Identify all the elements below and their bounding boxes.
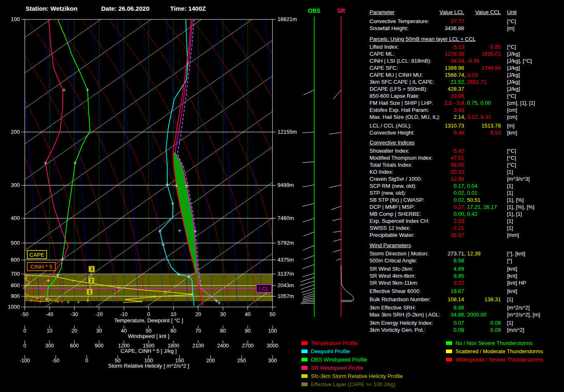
unit-label: [1] bbox=[507, 225, 513, 231]
tick-label: 900 bbox=[95, 343, 104, 349]
table-row: Estofex Exp. Hail Param:3.43[cm] bbox=[370, 107, 564, 113]
value-extra: , 0.01 bbox=[464, 190, 478, 196]
table-row: SCP RM (new, old):0.17, 0.04[1] bbox=[370, 183, 564, 189]
tick-label: 200 bbox=[206, 358, 215, 364]
altitude-label: 1057m bbox=[277, 293, 294, 299]
value-extra: , 17.21, 26.17 bbox=[464, 204, 497, 210]
value-lcl: 34.54 bbox=[370, 58, 464, 64]
unit-label: [J/kg] bbox=[507, 51, 520, 57]
tick-label: 40 bbox=[121, 328, 127, 334]
unit-label: [J/kg] bbox=[507, 86, 520, 92]
value-lcl: -5.13 bbox=[370, 44, 464, 50]
axis-temperature: -50-40-30-20-1001020304050Temperature, D… bbox=[21, 307, 275, 324]
table-row: Exp. Supercell Index CH:2.03[1] bbox=[370, 218, 564, 224]
table-row: KO Index:-20.32[1] bbox=[370, 169, 564, 175]
altitude-label: 5792m bbox=[277, 240, 294, 246]
legend-profiles-item: Temperature Profile bbox=[301, 340, 358, 346]
sounding-app: Station: Wetzikon Date: 26.06.2020 Time:… bbox=[0, 0, 564, 392]
legend-swatch-icon bbox=[301, 341, 308, 345]
legend-label: Scattered / Moderate Thunderstorms bbox=[455, 348, 543, 354]
value-lcl: -7.21 bbox=[370, 225, 464, 231]
tick-label: 0 bbox=[147, 312, 150, 317]
unit-label: [m] bbox=[507, 123, 514, 129]
tick-label: 40 bbox=[245, 312, 251, 317]
tick-label: 10 bbox=[47, 328, 52, 334]
sr-wind-column-label: SR bbox=[337, 7, 345, 14]
value-extra: , 3.03 bbox=[464, 72, 478, 78]
value-lcl: 0.02 bbox=[370, 190, 464, 196]
value-lcl: 1310.73 bbox=[370, 123, 464, 129]
table-row: MB Comp | SHERBE:0.00, 0.42[1], [1] bbox=[370, 211, 564, 217]
tick-label: -40 bbox=[46, 312, 53, 317]
table-row: Modified Thompson Index:47.51[°C] bbox=[370, 155, 564, 161]
value-extra: , -0.39 bbox=[464, 58, 479, 64]
unit-label: [°C] bbox=[507, 162, 516, 168]
value-ccl: 0.09 bbox=[464, 327, 501, 333]
legend-swatch-icon bbox=[301, 383, 308, 386]
tick-label: 0 bbox=[24, 328, 26, 334]
section-header: Convective Indices bbox=[370, 139, 415, 146]
unit-label: [1] bbox=[507, 218, 513, 224]
unit-label: [knt] HP bbox=[507, 280, 526, 286]
legend-swatch-icon bbox=[301, 358, 308, 361]
tick-label: 0 bbox=[85, 358, 88, 364]
table-row: Convective Height:9.469.53[km] bbox=[370, 130, 564, 136]
legend-profiles-item: Effective Layer (CAPE >= 100 J/kg) bbox=[301, 381, 396, 387]
unit-label: [m^2/s^2], [m] bbox=[507, 312, 540, 318]
table-row: SR Wind 9km-11km:9.22[knt] HP bbox=[370, 280, 564, 286]
value-lcl: 2.14 bbox=[370, 114, 464, 120]
legend-label: Sfc-3km Storm Relative Helicity Profile bbox=[311, 373, 403, 379]
value-lcl: 6.58 bbox=[370, 257, 464, 264]
tick-label: 30 bbox=[220, 312, 226, 317]
unit-label: [m] bbox=[507, 25, 514, 31]
table-row: Lifted Index:-5.13-5.95[°C] bbox=[370, 44, 564, 50]
tick-label: 50 bbox=[270, 312, 275, 317]
unit-label: [J/kg] bbox=[507, 79, 520, 85]
unit-label: [mm] bbox=[507, 232, 519, 238]
table-row: STP (new, old):0.02, 0.01[1] bbox=[370, 190, 564, 196]
svg-text:CAPE: CAPE bbox=[29, 252, 45, 258]
table-row: DCAPE (LFS = 550mB):428.37[J/kg] bbox=[370, 86, 564, 92]
tick-label: 70 bbox=[195, 328, 201, 334]
legend-label: Effective Layer (CAPE >= 100 J/kg) bbox=[311, 381, 396, 387]
value-lcl: 428.37 bbox=[370, 86, 464, 92]
unit-label: [°C] bbox=[507, 18, 516, 24]
legend-label: SR Windspeed Profile bbox=[311, 365, 363, 371]
km-marker-box: 2 bbox=[88, 278, 94, 283]
tick-label: 100 bbox=[268, 328, 277, 334]
table-row: Precipitable Water:35.57[mm] bbox=[370, 232, 564, 239]
svg-text:LCL: LCL bbox=[259, 286, 269, 292]
sr-wind-column: SR bbox=[329, 7, 354, 317]
tick-label: -100 bbox=[19, 358, 30, 364]
unit-label: [J/kg] bbox=[507, 72, 520, 78]
value-ccl: 1749.94 bbox=[464, 65, 501, 71]
pressure-label: 500 bbox=[11, 240, 20, 246]
value-ccl: 0.09 bbox=[464, 320, 501, 326]
value-lcl: 9.46 bbox=[370, 130, 464, 136]
tick-label: 20 bbox=[195, 312, 201, 317]
altitude-label: 7460m bbox=[277, 215, 294, 221]
unit-label: [knt] bbox=[507, 273, 517, 279]
tick-label: 2400 bbox=[217, 343, 229, 349]
legend-swatch-icon bbox=[446, 358, 452, 361]
value-lcl: -20.32 bbox=[370, 169, 464, 175]
table-row: Bulk Richardson Number:108.14138.31[1] bbox=[370, 296, 564, 303]
value-lcl: 27.77 bbox=[370, 18, 464, 24]
axis-title: CAPE, CINH * 5 [ J/kg ] bbox=[121, 348, 177, 354]
legend-profiles-item: Sfc-3km Storm Relative Helicity Profile bbox=[301, 373, 403, 379]
tick-label: 2100 bbox=[192, 343, 204, 349]
section-header: Parcels: Using 50mB mean layer LCL + CCL bbox=[370, 36, 476, 42]
value-extra: , 50.51 bbox=[464, 197, 481, 203]
value-lcl: 0.27 bbox=[370, 204, 464, 210]
obs-wind-column: OBS bbox=[300, 7, 320, 317]
value-lcl: 108.14 bbox=[370, 296, 464, 302]
cape-label: CAPE bbox=[27, 250, 47, 259]
unit-label: [cm] bbox=[507, 107, 517, 113]
profile-markers bbox=[22, 88, 221, 305]
svg-text:CINH * 5: CINH * 5 bbox=[30, 264, 52, 270]
axis-cape: 03006009001200150018002100240027003000CA… bbox=[24, 340, 278, 354]
unit-label: [knt] bbox=[507, 288, 517, 294]
pressure-label: 600 bbox=[11, 257, 20, 263]
value-lcl: 8.88 bbox=[370, 305, 464, 311]
value-lcl: 273.71 bbox=[370, 250, 464, 257]
